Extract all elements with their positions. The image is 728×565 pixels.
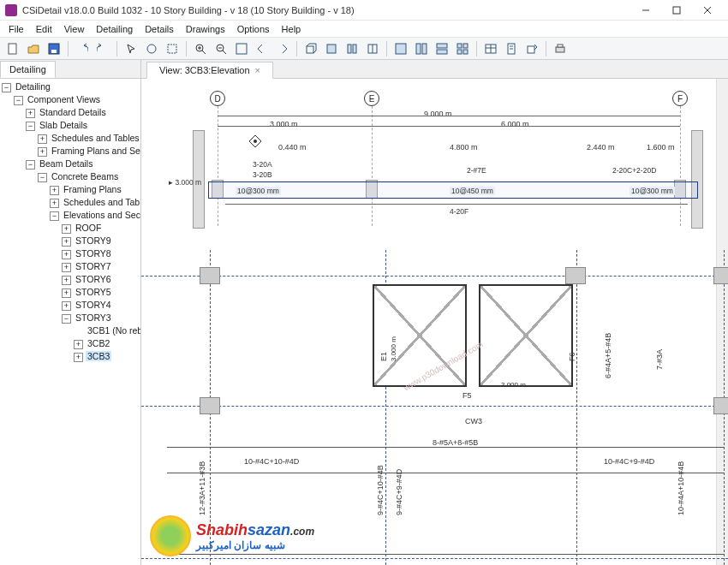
pointer-icon[interactable] (122, 39, 140, 58)
tree-story3[interactable]: STORY3 (74, 312, 113, 323)
zoom-next-icon[interactable] (273, 39, 292, 58)
tree-elev-sections[interactable]: Elevations and Sections (62, 210, 140, 220)
expand-icon[interactable]: − (50, 211, 59, 221)
expand-icon[interactable]: − (26, 122, 35, 131)
expand-icon[interactable]: − (14, 96, 23, 105)
drawing-canvas[interactable]: D E F 3.000 m 6.000 m 9.000 m 0.440 m 4.… (141, 79, 728, 565)
tree-story7[interactable]: STORY7 (74, 261, 113, 271)
svg-rect-4 (9, 44, 16, 54)
level-mark: ▸ 3.000 m (169, 178, 201, 187)
view-3d-icon[interactable] (301, 39, 320, 58)
tree-story6[interactable]: STORY6 (74, 274, 113, 284)
tree-story-roof[interactable]: ROOF (74, 223, 103, 233)
menu-details[interactable]: Details (140, 22, 179, 36)
report-icon[interactable] (502, 39, 521, 58)
expand-icon[interactable]: − (38, 173, 47, 182)
expand-icon[interactable]: + (62, 250, 71, 259)
close-tab-icon[interactable]: × (255, 65, 260, 75)
expand-icon[interactable]: + (38, 147, 47, 157)
view-tab-elevation[interactable]: View: 3CB3:Elevation × (146, 62, 273, 79)
section-cut-icon (248, 134, 262, 148)
expand-icon[interactable]: + (50, 186, 59, 195)
tree-concrete-beams[interactable]: Concrete Beams (50, 171, 120, 181)
undo-icon[interactable] (73, 39, 92, 58)
tree-beam-3cb2[interactable]: 3CB2 (86, 338, 111, 348)
expand-icon[interactable]: + (50, 199, 59, 208)
redo-icon[interactable] (93, 39, 112, 58)
save-icon[interactable] (45, 39, 63, 58)
tree-root[interactable]: Detailing (14, 81, 52, 92)
zoom-fit-icon[interactable] (232, 39, 251, 58)
menu-view[interactable]: View (59, 22, 90, 36)
layout1-icon[interactable] (391, 39, 410, 58)
menu-edit[interactable]: Edit (31, 22, 57, 36)
tree-story5[interactable]: STORY5 (74, 287, 113, 297)
tree-beam-3cb3[interactable]: 3CB3 (86, 351, 111, 361)
expand-icon[interactable]: + (26, 109, 35, 118)
new-icon[interactable] (3, 39, 22, 58)
grid-d: D (210, 91, 225, 106)
view-section-icon[interactable] (363, 39, 382, 58)
minimize-button[interactable] (630, 1, 661, 20)
maximize-button[interactable] (661, 1, 692, 20)
view-elev-icon[interactable] (343, 39, 361, 58)
close-button[interactable] (692, 1, 723, 20)
tree-story9[interactable]: STORY9 (74, 235, 113, 246)
menu-file[interactable]: File (3, 22, 29, 36)
expand-icon[interactable]: + (62, 224, 71, 234)
expand-icon[interactable]: + (62, 301, 71, 311)
expand-icon[interactable]: − (26, 160, 35, 170)
window-title: CSiDetail v18.0.0 Build 1032 - 10 Story … (22, 5, 630, 15)
expand-icon[interactable]: + (38, 134, 47, 144)
menu-drawings[interactable]: Drawings (181, 22, 230, 36)
zoom-out-icon[interactable] (212, 39, 230, 58)
expand-icon[interactable]: + (74, 340, 83, 349)
tree-story8[interactable]: STORY8 (74, 248, 113, 259)
expand-icon[interactable]: + (62, 276, 71, 285)
dim-de: 3.000 m (270, 120, 298, 128)
expand-icon[interactable]: + (74, 353, 83, 362)
expand-icon[interactable]: + (62, 288, 71, 298)
tree-slab-framing[interactable]: Framing Plans and Sections (50, 146, 140, 156)
expand-icon[interactable]: + (62, 263, 71, 272)
tree-standard-details[interactable]: Standard Details (38, 107, 108, 117)
tree-story4[interactable]: STORY4 (74, 300, 113, 310)
tree-framing-plans[interactable]: Framing Plans (62, 184, 123, 194)
export-icon[interactable] (522, 39, 541, 58)
rebar-l4: 8-#5A+8-#5B (433, 438, 478, 447)
open-icon[interactable] (24, 39, 43, 58)
svg-rect-30 (457, 50, 462, 54)
table-icon[interactable] (481, 39, 500, 58)
expand-icon[interactable]: + (62, 237, 71, 247)
zoom-prev-icon[interactable] (253, 39, 272, 58)
tree-beam-details[interactable]: Beam Details (38, 158, 94, 169)
pan-icon[interactable] (142, 39, 161, 58)
tree-beam-3cb1[interactable]: 3CB1 (No rebars) (86, 325, 140, 336)
tree-component-views[interactable]: Component Views (26, 94, 102, 104)
layout4-icon[interactable] (453, 39, 472, 58)
zoom-in-icon[interactable] (191, 39, 210, 58)
logo-subtitle: شبیه سازان امیرکبیر (196, 539, 314, 551)
view-plan-icon[interactable] (322, 39, 341, 58)
expand-icon[interactable]: − (2, 83, 11, 92)
wall-label-f5: F5 (462, 391, 472, 400)
layout2-icon[interactable] (412, 39, 431, 58)
rebar-3-20a: 3-20A (253, 160, 272, 169)
tree-beam-sched[interactable]: Schedules and Tables (62, 197, 140, 207)
menu-help[interactable]: Help (277, 22, 307, 36)
tree-slab-details[interactable]: Slab Details (38, 120, 89, 130)
expand-icon[interactable]: − (62, 314, 71, 324)
wall-label-e1: E1 (379, 352, 388, 361)
menu-detailing[interactable]: Detailing (91, 22, 138, 36)
tree-slab-sched[interactable]: Schedules and Tables (50, 133, 140, 143)
print-icon[interactable] (551, 39, 570, 58)
tree-view[interactable]: −Detailing −Component Views +Standard De… (0, 79, 140, 565)
menu-options[interactable]: Options (232, 22, 275, 36)
rebar-3-20b: 3-20B (253, 170, 272, 179)
svg-rect-38 (528, 46, 534, 53)
svg-rect-40 (558, 45, 563, 47)
panel-tab-detailing[interactable]: Detailing (0, 61, 56, 78)
panel-tab-bar: Detailing (0, 60, 140, 79)
select-window-icon[interactable] (163, 39, 182, 58)
layout3-icon[interactable] (433, 39, 451, 58)
